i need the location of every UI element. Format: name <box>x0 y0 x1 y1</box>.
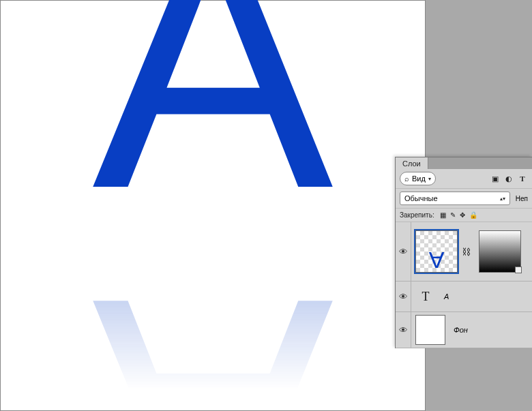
lock-transparent-icon[interactable]: ▦ <box>440 211 446 219</box>
layer-row[interactable]: 👁 Фон <box>396 312 532 348</box>
panel-blend-row: Обычные ▴▾ Неп <box>396 189 532 209</box>
layer-mask-link-icon[interactable]: ⛓ <box>462 247 471 257</box>
layer-kind-label: Вид <box>412 174 426 183</box>
thumbnail-glyph: A <box>429 249 445 272</box>
type-layer-icon: T <box>415 286 436 307</box>
visibility-eye-icon[interactable]: 👁 <box>399 292 408 302</box>
visibility-eye-icon[interactable]: 👁 <box>399 325 408 335</box>
layers-list: 👁 A ⛓ 👁 T A 👁 Фон <box>396 222 532 348</box>
layer-row[interactable]: 👁 A ⛓ <box>396 222 532 281</box>
search-icon: ⌕ <box>404 174 409 183</box>
blend-mode-value: Обычные <box>404 194 438 202</box>
layer-mask-thumbnail[interactable] <box>479 230 521 273</box>
artwork-letter: A <box>92 0 334 242</box>
panel-tabs: Слои <box>396 157 532 169</box>
layer-thumbnail[interactable] <box>415 315 445 345</box>
layer-thumbnail[interactable]: A <box>415 230 458 273</box>
chevron-down-icon: ▾ <box>428 176 431 182</box>
chevron-updown-icon: ▴▾ <box>500 196 505 202</box>
layer-kind-filter[interactable]: ⌕ Вид ▾ <box>400 172 436 185</box>
layer-name-label[interactable]: A <box>444 292 449 301</box>
lock-label: Закрепить: <box>400 211 434 219</box>
blend-mode-select[interactable]: Обычные ▴▾ <box>400 192 510 205</box>
lock-move-icon[interactable]: ✥ <box>460 211 465 219</box>
lock-all-icon[interactable]: 🔒 <box>469 211 477 219</box>
artwork-reflection: A <box>92 245 334 411</box>
panel-filter-row: ⌕ Вид ▾ ▣ ◐ T <box>396 169 532 189</box>
filter-adjust-icon[interactable]: ◐ <box>503 174 514 183</box>
tab-layers[interactable]: Слои <box>396 157 428 169</box>
layers-panel: Слои ⌕ Вид ▾ ▣ ◐ T Обычные ▴▾ Неп Закреп… <box>395 157 532 348</box>
filter-type-icon[interactable]: T <box>517 174 528 183</box>
opacity-label: Неп <box>516 195 528 202</box>
layer-name-label[interactable]: Фон <box>454 326 468 334</box>
document-canvas[interactable]: A A <box>0 0 426 411</box>
visibility-eye-icon[interactable]: 👁 <box>399 247 408 257</box>
panel-lock-row: Закрепить: ▦ ✎ ✥ 🔒 <box>396 209 532 222</box>
lock-brush-icon[interactable]: ✎ <box>450 211 456 219</box>
filter-image-icon[interactable]: ▣ <box>490 174 501 183</box>
layer-row[interactable]: 👁 T A <box>396 281 532 312</box>
